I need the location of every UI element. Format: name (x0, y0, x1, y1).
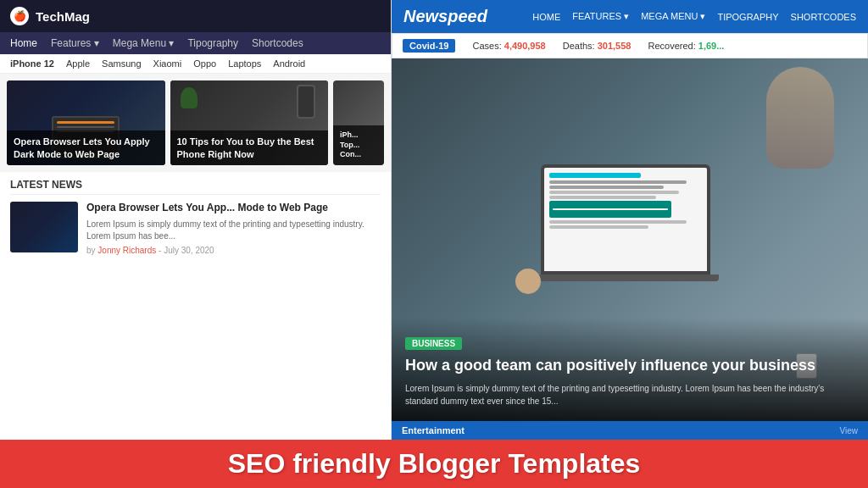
left-subnav: iPhone 12 Apple Samsung Xiaomi Oppo Lapt… (0, 54, 391, 74)
hero-excerpt: Lorem Ipsum is simply dummy text of the … (405, 382, 854, 408)
news-item-content: Opera Browser Lets You App... Mode to We… (86, 202, 381, 255)
subnav-apple[interactable]: Apple (66, 58, 90, 69)
banner-text: SEO friendly Blogger Templates (228, 448, 641, 480)
covid-cases: Cases: 4,490,958 (472, 41, 545, 51)
latest-news-section: LATEST NEWS Opera Browser Lets You App..… (0, 172, 391, 440)
bottom-banner: SEO friendly Blogger Templates (0, 440, 868, 488)
right-nav-shortcodes[interactable]: SHORTCODES (791, 12, 856, 22)
covid-deaths: Deaths: 301,558 (563, 41, 632, 51)
news-item-title: Opera Browser Lets You App... Mode to We… (86, 202, 381, 215)
hero-overlay: BUSINESS How a good team can positively … (392, 318, 868, 421)
card-2-title: 10 Tips for You to Buy the Best Phone Ri… (177, 136, 322, 160)
card-1-title: Opera Browser Lets You Apply Dark Mode t… (14, 136, 159, 160)
logo-icon: 🍎 (10, 7, 29, 25)
card-3[interactable]: iPh... Top... Con... (333, 80, 384, 165)
subnav-iphone[interactable]: iPhone 12 (10, 58, 54, 69)
covid-tag: Covid-19 (403, 39, 455, 53)
card-1-overlay: Opera Browser Lets You Apply Dark Mode t… (7, 130, 165, 165)
subnav-xiaomi[interactable]: Xiaomi (153, 58, 182, 69)
subnav-android[interactable]: Android (273, 58, 305, 69)
left-logo: TechMag (36, 9, 90, 24)
nav-home[interactable]: Home (10, 37, 37, 49)
left-panel: 🍎 TechMag Home Features ▾ Mega Menu ▾ Ti… (0, 0, 392, 440)
entertainment-label: Entertainment (402, 425, 465, 435)
cards-row: Opera Browser Lets You Apply Dark Mode t… (0, 74, 391, 172)
subnav-samsung[interactable]: Samsung (102, 58, 141, 69)
right-nav-home[interactable]: HOME (532, 12, 560, 22)
news-date-value: July 30, 2020 (164, 246, 214, 255)
view-link[interactable]: View (840, 426, 859, 435)
entertainment-bar: Entertainment View (392, 421, 868, 440)
subnav-laptops[interactable]: Laptops (228, 58, 261, 69)
covid-recovered: Recovered: 1,69... (648, 41, 724, 51)
card-2[interactable]: 10 Tips for You to Buy the Best Phone Ri… (170, 80, 329, 165)
news-author-label: by (86, 246, 96, 255)
card-2-overlay: 10 Tips for You to Buy the Best Phone Ri… (170, 130, 329, 165)
hero-area[interactable]: BUSINESS How a good team can positively … (392, 58, 868, 421)
right-nav-typography[interactable]: TIPOGRAPHY (717, 12, 778, 22)
news-item-meta: by Jonny Richards - July 30, 2020 (86, 246, 381, 255)
right-header: Newspeed HOME FEATURES ▾ MEGA MENU ▾ TIP… (392, 0, 868, 33)
right-panel: Newspeed HOME FEATURES ▾ MEGA MENU ▾ TIP… (392, 0, 868, 440)
news-author[interactable]: Jonny Richards (97, 246, 156, 255)
left-header: 🍎 TechMag (0, 0, 391, 32)
right-logo: Newspeed (403, 7, 487, 26)
latest-news-title: LATEST NEWS (10, 179, 381, 195)
business-tag: BUSINESS (405, 337, 462, 350)
card-3-title: iPh... Top... Con... (340, 130, 377, 160)
nav-shortcodes[interactable]: Shortcodes (252, 37, 303, 49)
news-thumbnail (10, 202, 78, 252)
news-item[interactable]: Opera Browser Lets You App... Mode to We… (10, 202, 381, 255)
nav-typography[interactable]: Tipography (187, 37, 238, 49)
card-1[interactable]: Opera Browser Lets You Apply Dark Mode t… (7, 80, 165, 165)
nav-mega-menu[interactable]: Mega Menu ▾ (113, 37, 175, 49)
right-nav-mega-menu[interactable]: MEGA MENU ▾ (641, 11, 705, 22)
nav-features[interactable]: Features ▾ (51, 37, 99, 49)
news-item-excerpt: Lorem Ipsum is simply dummy text of the … (86, 219, 381, 242)
right-nav: HOME FEATURES ▾ MEGA MENU ▾ TIPOGRAPHY S… (532, 11, 856, 22)
covid-bar: Covid-19 Cases: 4,490,958 Deaths: 301,55… (392, 33, 868, 58)
hero-title: How a good team can positively influence… (405, 357, 854, 375)
left-nav: Home Features ▾ Mega Menu ▾ Tipography S… (0, 32, 391, 54)
subnav-oppo[interactable]: Oppo (193, 58, 216, 69)
card-3-overlay: iPh... Top... Con... (333, 125, 384, 165)
right-nav-features[interactable]: FEATURES ▾ (572, 11, 629, 22)
